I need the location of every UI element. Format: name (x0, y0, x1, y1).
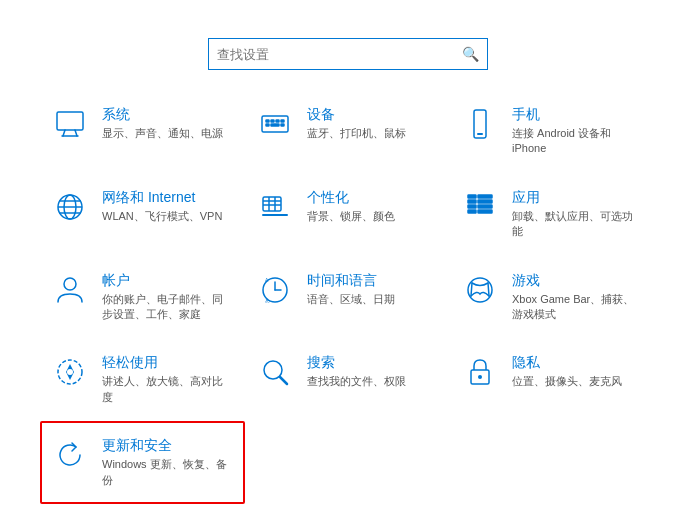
svg-rect-32 (478, 210, 492, 213)
settings-grid: 系统显示、声音、通知、电源设备蓝牙、打印机、鼠标手机连接 Android 设备和… (0, 90, 695, 504)
person-icon (52, 272, 88, 308)
svg-rect-9 (266, 124, 269, 126)
svg-rect-31 (468, 210, 476, 213)
svg-rect-6 (271, 120, 274, 122)
lock-icon (462, 354, 498, 390)
settings-item-time[interactable]: Aあ时间和语言语音、区域、日期 (245, 256, 450, 339)
item-subtitle-network: WLAN、飞行模式、VPN (102, 209, 222, 224)
settings-item-gaming[interactable]: 游戏Xbox Game Bar、捕获、游戏模式 (450, 256, 655, 339)
svg-rect-5 (266, 120, 269, 122)
search-icon: 🔍 (462, 46, 479, 62)
settings-item-devices[interactable]: 设备蓝牙、打印机、鼠标 (245, 90, 450, 173)
item-title-apps: 应用 (512, 189, 643, 207)
update-icon (52, 437, 88, 473)
item-title-personalization: 个性化 (307, 189, 395, 207)
svg-rect-19 (263, 197, 281, 211)
item-subtitle-update: Windows 更新、恢复、备份 (102, 457, 233, 488)
close-button[interactable] (667, 8, 683, 24)
svg-line-40 (471, 283, 472, 296)
globe-icon (52, 189, 88, 225)
settings-item-phone[interactable]: 手机连接 Android 设备和 iPhone (450, 90, 655, 173)
item-title-system: 系统 (102, 106, 223, 124)
item-subtitle-apps: 卸载、默认应用、可选功能 (512, 209, 643, 240)
settings-item-accounts[interactable]: 帐户你的账户、电子邮件、同步设置、工作、家庭 (40, 256, 245, 339)
item-subtitle-accessibility: 讲述人、放大镜、高对比度 (102, 374, 233, 405)
settings-item-accessibility[interactable]: 轻松使用讲述人、放大镜、高对比度 (40, 338, 245, 421)
settings-item-personalization[interactable]: 个性化背景、锁屏、颜色 (245, 173, 450, 256)
item-title-accessibility: 轻松使用 (102, 354, 233, 372)
svg-rect-8 (281, 120, 284, 122)
window-controls (619, 8, 683, 24)
item-title-network: 网络和 Internet (102, 189, 222, 207)
svg-line-45 (280, 377, 287, 384)
item-subtitle-system: 显示、声音、通知、电源 (102, 126, 223, 141)
accessibility-icon (52, 354, 88, 390)
minimize-button[interactable] (619, 8, 635, 24)
keyboard-icon (257, 106, 293, 142)
item-subtitle-phone: 连接 Android 设备和 iPhone (512, 126, 643, 157)
item-title-update: 更新和安全 (102, 437, 233, 455)
svg-line-1 (63, 130, 65, 136)
item-subtitle-search: 查找我的文件、权限 (307, 374, 406, 389)
svg-point-33 (64, 278, 76, 290)
xbox-icon (462, 272, 498, 308)
svg-text:あ: あ (265, 297, 270, 303)
item-subtitle-gaming: Xbox Game Bar、捕获、游戏模式 (512, 292, 643, 323)
item-title-search: 搜索 (307, 354, 406, 372)
clock-icon: Aあ (257, 272, 293, 308)
settings-item-system[interactable]: 系统显示、声音、通知、电源 (40, 90, 245, 173)
svg-rect-11 (281, 124, 284, 126)
search-box[interactable]: 🔍 (208, 38, 488, 70)
settings-item-network[interactable]: 网络和 InternetWLAN、飞行模式、VPN (40, 173, 245, 256)
phone-icon (462, 106, 498, 142)
title-bar (0, 0, 695, 28)
svg-rect-28 (478, 195, 492, 198)
item-subtitle-personalization: 背景、锁屏、颜色 (307, 209, 395, 224)
svg-line-2 (75, 130, 77, 136)
search-icon (257, 354, 293, 390)
svg-point-43 (67, 369, 73, 375)
svg-point-47 (478, 375, 482, 379)
settings-item-privacy[interactable]: 隐私位置、摄像头、麦克风 (450, 338, 655, 421)
item-subtitle-privacy: 位置、摄像头、麦克风 (512, 374, 622, 389)
svg-line-41 (488, 283, 489, 296)
settings-item-apps[interactable]: 应用卸载、默认应用、可选功能 (450, 173, 655, 256)
settings-item-update[interactable]: 更新和安全Windows 更新、恢复、备份 (40, 421, 245, 504)
item-subtitle-time: 语音、区域、日期 (307, 292, 395, 307)
palette-icon (257, 189, 293, 225)
item-subtitle-accounts: 你的账户、电子邮件、同步设置、工作、家庭 (102, 292, 233, 323)
svg-rect-27 (468, 205, 476, 208)
apps-icon (462, 189, 498, 225)
item-title-devices: 设备 (307, 106, 406, 124)
item-title-privacy: 隐私 (512, 354, 622, 372)
settings-item-search[interactable]: 搜索查找我的文件、权限 (245, 338, 450, 421)
search-input[interactable] (217, 47, 462, 62)
item-title-gaming: 游戏 (512, 272, 643, 290)
item-title-accounts: 帐户 (102, 272, 233, 290)
svg-rect-29 (478, 200, 492, 203)
svg-rect-26 (468, 200, 476, 203)
item-title-time: 时间和语言 (307, 272, 395, 290)
monitor-icon (52, 106, 88, 142)
svg-rect-7 (276, 120, 279, 122)
svg-rect-0 (57, 112, 83, 130)
maximize-button[interactable] (643, 8, 659, 24)
item-title-phone: 手机 (512, 106, 643, 124)
svg-rect-30 (478, 205, 492, 208)
item-subtitle-devices: 蓝牙、打印机、鼠标 (307, 126, 406, 141)
svg-rect-10 (271, 124, 279, 126)
svg-rect-25 (468, 195, 476, 198)
search-area: 🔍 (0, 28, 695, 90)
